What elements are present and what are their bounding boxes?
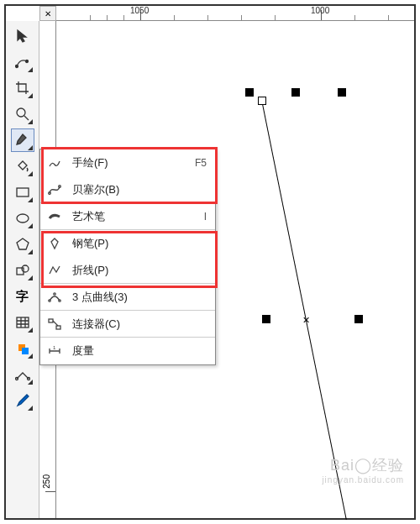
selection-handle[interactable] bbox=[291, 88, 300, 97]
ruler-h-label: 1050 bbox=[130, 6, 164, 15]
flyout-label: 艺术笔 bbox=[72, 209, 197, 224]
table-tool[interactable] bbox=[11, 311, 34, 334]
flyout-label: 钢笔(P) bbox=[72, 236, 200, 251]
text-tool[interactable]: 字 bbox=[11, 285, 34, 308]
flyout-polyline[interactable]: 折线(P) bbox=[40, 257, 215, 284]
ruler-h-label: 1000 bbox=[311, 6, 344, 15]
drawn-line[interactable] bbox=[261, 100, 348, 524]
shape-edit-icon bbox=[15, 55, 30, 70]
shape-tool[interactable] bbox=[11, 50, 34, 74]
flyout-label: 贝塞尔(B) bbox=[72, 182, 200, 197]
flyout-artistic[interactable]: 艺术笔 I bbox=[40, 203, 215, 230]
connector-line-icon bbox=[45, 315, 64, 333]
flyout-shortcut: I bbox=[204, 211, 207, 223]
freehand-tool[interactable] bbox=[11, 128, 34, 152]
horizontal-ruler: 1050 1000 bbox=[56, 6, 414, 21]
svg-rect-9 bbox=[22, 348, 29, 354]
curve-tools-flyout: 手绘(F) F5 贝塞尔(B) 艺术笔 I 钢笔(P) 折线(P) 3 点曲线(… bbox=[39, 149, 216, 365]
center-handle[interactable]: ✕ bbox=[302, 315, 311, 323]
pen-tool-icon bbox=[45, 234, 64, 253]
zoom-icon bbox=[15, 107, 30, 122]
freehand-icon bbox=[45, 154, 64, 172]
dimension-line-icon: 1 bbox=[45, 342, 64, 360]
toolbox: 字 bbox=[6, 21, 39, 518]
connector-icon bbox=[15, 367, 30, 382]
bucket-icon bbox=[15, 159, 30, 174]
ruler-origin[interactable]: ✕ bbox=[39, 6, 56, 21]
node-handle[interactable] bbox=[258, 97, 266, 105]
pick-tool[interactable] bbox=[11, 24, 34, 48]
flyout-freehand[interactable]: 手绘(F) F5 bbox=[40, 149, 215, 176]
flyout-shortcut: F5 bbox=[195, 157, 207, 169]
flyout-bezier[interactable]: 贝塞尔(B) bbox=[40, 176, 215, 203]
polygon-tool[interactable] bbox=[11, 233, 34, 256]
table-icon bbox=[15, 315, 30, 330]
bezier-icon bbox=[45, 181, 64, 199]
eyedropper-tool[interactable] bbox=[11, 389, 34, 412]
svg-rect-18 bbox=[56, 326, 60, 329]
ellipse-tool[interactable] bbox=[11, 207, 34, 230]
dimension-icon bbox=[15, 341, 30, 356]
svg-rect-17 bbox=[49, 319, 53, 322]
flyout-label: 连接器(C) bbox=[72, 317, 200, 332]
flyout-connector[interactable]: 连接器(C) bbox=[40, 311, 215, 338]
svg-text:1: 1 bbox=[53, 345, 56, 350]
curve3pt-icon bbox=[45, 288, 64, 307]
flyout-pen[interactable]: 钢笔(P) bbox=[40, 230, 215, 257]
ruler-origin-glyph: ✕ bbox=[45, 9, 51, 18]
rect-icon bbox=[15, 185, 30, 200]
polygon-icon bbox=[15, 237, 30, 252]
smart-fill-tool[interactable] bbox=[11, 155, 34, 178]
svg-point-1 bbox=[25, 60, 28, 63]
selection-handle[interactable] bbox=[338, 88, 346, 97]
selection-handle[interactable] bbox=[262, 315, 270, 323]
selection-handle[interactable] bbox=[354, 315, 363, 323]
ellipse-icon bbox=[15, 211, 30, 226]
flyout-label: 手绘(F) bbox=[72, 155, 188, 170]
connector-tool[interactable] bbox=[11, 363, 34, 386]
zoom-tool[interactable] bbox=[11, 102, 34, 126]
selection-handle[interactable] bbox=[245, 88, 254, 97]
flyout-label: 3 点曲线(3) bbox=[72, 290, 200, 305]
flyout-label: 折线(P) bbox=[72, 263, 200, 278]
polyline-icon bbox=[45, 261, 64, 280]
rectangle-tool[interactable] bbox=[11, 181, 34, 204]
eyedropper-icon bbox=[15, 393, 30, 408]
flyout-dimension[interactable]: 1 度量 bbox=[40, 338, 215, 364]
pen-icon bbox=[15, 133, 30, 148]
svg-point-6 bbox=[22, 265, 29, 272]
text-icon: 字 bbox=[16, 289, 29, 305]
flyout-3pt-curve[interactable]: 3 点曲线(3) bbox=[40, 284, 215, 311]
crop-tool[interactable] bbox=[11, 76, 34, 100]
svg-point-2 bbox=[17, 108, 25, 117]
svg-point-4 bbox=[17, 214, 29, 223]
svg-rect-7 bbox=[17, 317, 29, 328]
arrow-icon bbox=[15, 29, 30, 44]
artistic-media-icon bbox=[45, 207, 64, 226]
crop-icon bbox=[15, 81, 30, 96]
flyout-label: 度量 bbox=[72, 343, 200, 359]
shapes-icon bbox=[15, 263, 30, 278]
svg-point-15 bbox=[54, 292, 55, 294]
svg-point-0 bbox=[15, 66, 18, 68]
ruler-v-label: 250 bbox=[42, 474, 51, 489]
dimension-tool[interactable] bbox=[11, 337, 34, 360]
svg-rect-3 bbox=[17, 188, 29, 196]
basic-shapes-tool[interactable] bbox=[11, 259, 34, 282]
